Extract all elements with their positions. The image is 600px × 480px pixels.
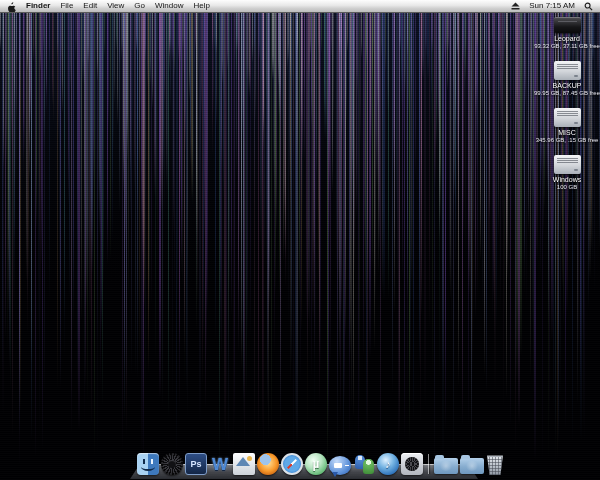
- applications-folder-icon[interactable]: [434, 458, 458, 474]
- drive-label: Windows: [553, 176, 581, 184]
- menu-bar: Finder File Edit View Go Window Help Sun…: [0, 0, 600, 13]
- itunes-icon[interactable]: ♪: [377, 453, 399, 475]
- drive-leopard[interactable]: Leopard 93.32 GB, 37.11 GB free: [536, 13, 598, 50]
- drive-misc[interactable]: MISC 345.96 GB, .15 GB free: [536, 108, 598, 144]
- drive-info: 93.32 GB, 37.11 GB free: [534, 43, 600, 50]
- wallpaper-canvas: [0, 0, 600, 480]
- menu-item-edit[interactable]: Edit: [83, 0, 97, 12]
- desktop-screen: Finder File Edit View Go Window Help Sun…: [0, 0, 600, 480]
- menu-bar-left: Finder File Edit View Go Window Help: [0, 0, 511, 12]
- menu-bar-clock[interactable]: Sun 7:15 AM: [529, 0, 575, 12]
- drive-info: 345.96 GB, .15 GB free: [536, 137, 599, 144]
- menu-item-window[interactable]: Window: [155, 0, 183, 12]
- menu-item-help[interactable]: Help: [193, 0, 209, 12]
- messenger-icon[interactable]: [353, 453, 375, 475]
- external-hard-drive-icon: [554, 108, 581, 127]
- documents-folder-icon[interactable]: [460, 458, 484, 474]
- menu-item-view[interactable]: View: [107, 0, 124, 12]
- menu-bar-status: Sun 7:15 AM: [511, 0, 600, 12]
- drive-info: 99.95 GB, 87.45 GB free: [534, 90, 600, 97]
- drive-windows[interactable]: Windows 100 GB: [536, 155, 598, 191]
- dock-divider: [428, 454, 429, 474]
- external-hard-drive-icon: [554, 61, 581, 80]
- drive-label: Leopard: [554, 35, 580, 43]
- apple-logo-icon: [7, 1, 16, 12]
- trash-icon[interactable]: [486, 454, 504, 475]
- utorrent-icon[interactable]: µ: [305, 453, 327, 475]
- dark-dial-app-icon[interactable]: [161, 453, 183, 475]
- utility-dial-app-icon[interactable]: [401, 453, 423, 475]
- menu-item-finder[interactable]: Finder: [26, 0, 50, 12]
- menu-item-file[interactable]: File: [60, 0, 73, 12]
- ichat-icon[interactable]: [329, 456, 351, 475]
- photoshop-icon[interactable]: Ps: [185, 453, 207, 475]
- dock: Ps W µ ♪: [137, 453, 504, 475]
- firefox-icon[interactable]: [257, 453, 279, 475]
- word-icon[interactable]: W: [209, 453, 231, 475]
- apple-menu[interactable]: [7, 1, 16, 12]
- finder-icon[interactable]: [137, 453, 159, 475]
- internal-hard-drive-icon: [554, 17, 581, 33]
- drive-info: 100 GB: [557, 184, 577, 191]
- menu-item-go[interactable]: Go: [134, 0, 145, 12]
- eject-icon[interactable]: [511, 2, 520, 10]
- desktop-drive-list: Leopard 93.32 GB, 37.11 GB free BACKUP 9…: [536, 13, 598, 191]
- drive-label: MISC: [558, 129, 576, 137]
- drive-label: BACKUP: [553, 82, 582, 90]
- spotlight-search-icon[interactable]: [584, 2, 593, 11]
- safari-icon[interactable]: [281, 453, 303, 475]
- external-hard-drive-icon: [554, 155, 581, 174]
- drive-backup[interactable]: BACKUP 99.95 GB, 87.45 GB free: [536, 61, 598, 97]
- preview-icon[interactable]: [233, 453, 255, 475]
